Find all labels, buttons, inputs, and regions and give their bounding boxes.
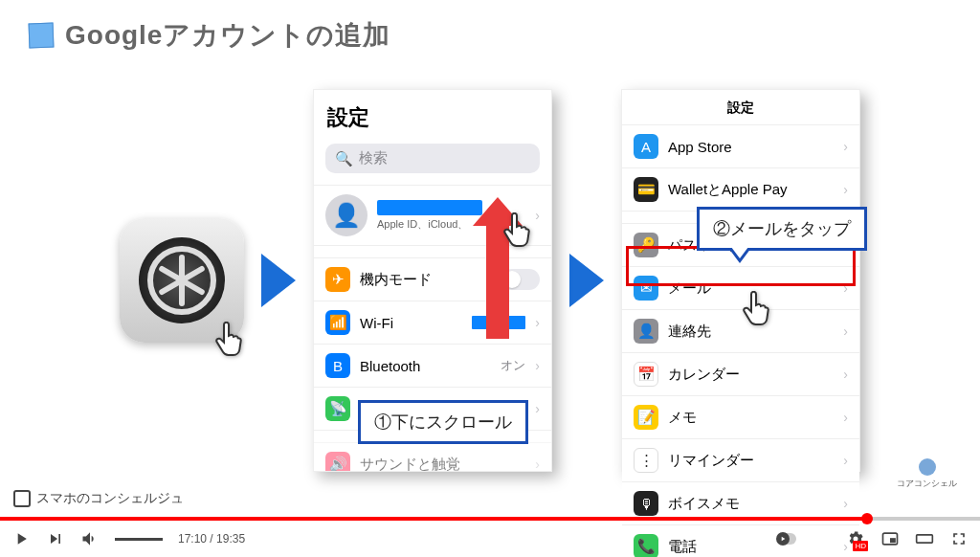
arrow-1 — [261, 254, 296, 307]
brand-logo: コアコンシェル — [897, 458, 957, 490]
row-airplane[interactable]: ✈ 機内モード — [314, 257, 551, 301]
row-notes[interactable]: 📝 メモ › — [622, 396, 859, 439]
phone2-title: 設定 — [622, 90, 859, 125]
svg-rect-3 — [917, 535, 933, 543]
chevron-right-icon: › — [843, 139, 848, 154]
voicememos-label: ボイスメモ — [668, 495, 834, 513]
chevron-right-icon: › — [535, 358, 540, 373]
chevron-right-icon: › — [535, 208, 540, 223]
settings-button[interactable]: HD — [846, 529, 865, 548]
chevron-right-icon: › — [843, 410, 848, 425]
progress-bar[interactable] — [0, 517, 980, 521]
channel-name: スマホのコンシェルジュ — [36, 490, 184, 507]
time-display: 17:10 / 19:35 — [178, 532, 245, 546]
tap-hand-icon — [737, 291, 775, 329]
voicememos-icon: 🎙 — [634, 491, 658, 516]
row-appstore[interactable]: A App Store › — [622, 125, 859, 168]
appstore-icon: A — [634, 134, 658, 159]
sound-label: サウンドと触覚 — [360, 456, 525, 473]
key-icon: 🔑 — [634, 233, 658, 257]
chevron-right-icon: › — [843, 367, 848, 382]
cellular-icon: 📡 — [325, 396, 350, 421]
sound-icon: 🔊 — [325, 452, 350, 472]
play-button[interactable] — [11, 529, 31, 548]
arrow-2 — [569, 254, 604, 307]
wallet-label: WalletとApple Pay — [668, 181, 834, 199]
phone1-title: 設定 — [314, 90, 551, 140]
airplane-icon: ✈ — [325, 267, 350, 292]
phone-settings-main: 設定 🔍 検索 👤 Apple ID、iCloud、 › ✈ 機内モード 📶 — [313, 89, 552, 472]
tap-hand-icon — [498, 212, 536, 251]
row-phone[interactable]: 📞 電話 › — [622, 525, 859, 557]
contacts-icon: 👤 — [634, 319, 658, 344]
chevron-right-icon: › — [843, 280, 848, 296]
slide-title: Googleアカウントの追加 — [65, 17, 390, 54]
row-wifi[interactable]: 📶 Wi-Fi › — [314, 301, 551, 345]
reminders-label: リマインダー — [668, 452, 834, 470]
hd-badge: HD — [853, 541, 868, 551]
appstore-label: App Store — [668, 139, 834, 155]
search-field[interactable]: 🔍 検索 — [325, 144, 540, 173]
chevron-right-icon: › — [535, 315, 540, 330]
theater-button[interactable] — [915, 529, 934, 548]
chevron-right-icon: › — [843, 182, 848, 197]
gear-icon — [139, 237, 225, 323]
row-sound[interactable]: 🔊 サウンドと触覚 › — [314, 442, 551, 472]
brand-text: コアコンシェル — [897, 479, 957, 488]
wifi-icon: 📶 — [325, 310, 350, 335]
row-calendar[interactable]: 📅 カレンダー › — [622, 353, 859, 396]
slide-body: 設定 🔍 検索 👤 Apple ID、iCloud、 › ✈ 機内モード 📶 — [0, 63, 980, 517]
miniplayer-button[interactable] — [880, 529, 900, 548]
tap-hand-icon — [210, 322, 248, 360]
phone-label: 電話 — [668, 538, 834, 556]
video-frame: Googleアカウントの追加 設定 🔍 検索 — [0, 0, 980, 517]
airplane-label: 機内モード — [360, 271, 492, 289]
progress-fill — [0, 517, 867, 521]
calendar-label: カレンダー — [668, 366, 834, 384]
phone-icon: 📞 — [634, 534, 658, 557]
bluetooth-value: オン — [501, 357, 525, 374]
settings-app-icon-wrap — [120, 218, 244, 343]
chevron-right-icon: › — [843, 323, 848, 339]
fullscreen-button[interactable] — [949, 529, 969, 548]
search-icon: 🔍 — [335, 150, 353, 167]
bluetooth-label: Bluetooth — [360, 358, 491, 374]
channel-crumb[interactable]: スマホのコンシェルジュ — [13, 490, 184, 507]
time-total: 19:35 — [216, 532, 245, 546]
svg-rect-2 — [890, 538, 896, 543]
name-redacted — [377, 200, 482, 215]
calendar-icon: 📅 — [634, 362, 658, 387]
header-square-icon — [29, 23, 55, 49]
mail-icon: ✉ — [634, 276, 658, 301]
row-bluetooth[interactable]: B Bluetooth オン › — [314, 345, 551, 388]
notes-icon: 📝 — [634, 405, 658, 430]
time-current: 17:10 — [178, 532, 207, 546]
chevron-right-icon: › — [535, 457, 540, 472]
row-reminders[interactable]: ⋮ リマインダー › — [622, 439, 859, 482]
callout-step2: ②メールをタップ — [697, 207, 867, 251]
chevron-right-icon: › — [843, 453, 848, 468]
chevron-right-icon: › — [535, 401, 540, 416]
volume-button[interactable] — [80, 529, 100, 548]
notes-label: メモ — [668, 409, 834, 427]
next-button[interactable] — [46, 529, 65, 548]
slide-header: Googleアカウントの追加 — [0, 0, 980, 63]
channel-icon — [13, 490, 31, 507]
search-placeholder: 検索 — [359, 149, 388, 167]
bluetooth-icon: B — [325, 353, 350, 378]
wifi-label: Wi-Fi — [360, 315, 462, 331]
brand-mark-icon — [919, 458, 936, 476]
callout-step1: ①下にスクロール — [358, 400, 528, 444]
reminders-icon: ⋮ — [634, 448, 658, 473]
row-wallet[interactable]: 💳 WalletとApple Pay › — [622, 168, 859, 212]
chevron-right-icon: › — [843, 496, 848, 511]
phone-settings-list: 設定 A App Store › 💳 WalletとApple Pay › 🔑 … — [621, 89, 860, 472]
wallet-icon: 💳 — [634, 177, 658, 202]
avatar-icon: 👤 — [325, 194, 368, 236]
volume-slider[interactable] — [115, 538, 163, 541]
